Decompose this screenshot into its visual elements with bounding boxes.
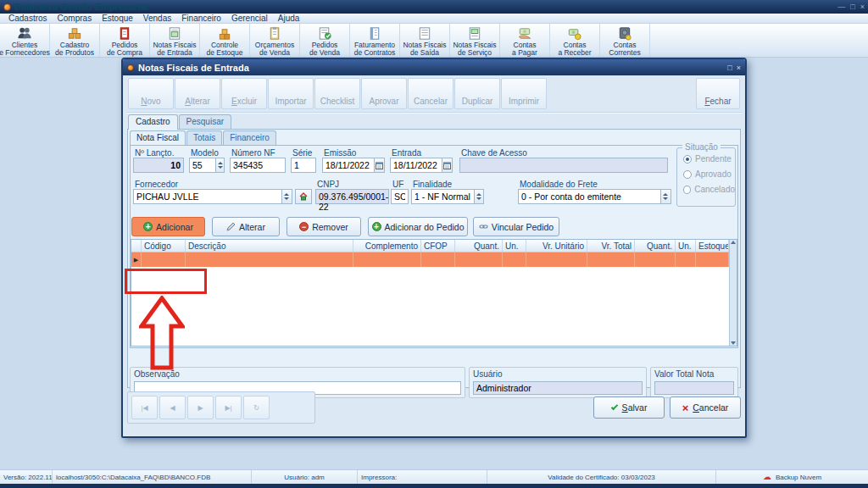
modelo-input[interactable] <box>190 158 215 172</box>
toolbar-cadastro-produtos[interactable]: Cadastrode Produtos <box>50 24 100 57</box>
toolbar-pedidos-venda[interactable]: Pedidosde Venda <box>300 24 350 57</box>
serie-field[interactable] <box>291 158 316 173</box>
modelo-field[interactable] <box>189 158 225 173</box>
entrada-calendar-icon[interactable] <box>442 158 452 172</box>
toolbar-contas-correntes[interactable]: ContasCorrentes <box>600 24 650 57</box>
fechar-button[interactable]: Fechar <box>696 78 740 109</box>
selected-empty-row[interactable]: ▶ <box>131 252 729 267</box>
emissao-field[interactable] <box>322 158 385 173</box>
status-backup[interactable]: ☁ Backup Nuvem <box>716 470 868 484</box>
toolbar-notas-fiscais-saida[interactable]: Notas Fiscaisde Saída <box>400 24 450 57</box>
adicionar-button[interactable]: Adicionar <box>131 217 205 236</box>
receivable-icon <box>566 25 583 42</box>
minimize-icon[interactable]: — <box>837 3 845 11</box>
emissao-calendar-icon[interactable] <box>374 158 384 172</box>
menu-estoque[interactable]: Estoque <box>97 14 138 24</box>
tab-pesquisar[interactable]: Pesquisar <box>179 114 231 130</box>
nav-first-button[interactable]: |◀ <box>131 396 158 419</box>
menu-gerencial[interactable]: Gerencial <box>226 14 273 24</box>
toolbar-contas-receber[interactable]: Contasa Receber <box>550 24 600 57</box>
toolbar-notas-fiscais-entrada[interactable]: Notas Fiscaisde Entrada <box>150 24 200 57</box>
novo-button[interactable]: Novo <box>128 78 174 109</box>
fornecedor-dropdown-icon[interactable] <box>281 190 292 203</box>
nav-next-button[interactable]: ▶ <box>187 396 214 419</box>
grid-scrollbar[interactable] <box>729 240 737 346</box>
imprimir-button[interactable]: Imprimir <box>501 78 547 109</box>
radio-pendente[interactable]: Pendente <box>683 154 735 164</box>
modalidade-dropdown-icon[interactable] <box>660 190 670 203</box>
dialog-titlebar[interactable]: Notas Fiscais de Entrada □ × <box>123 59 745 75</box>
dialog-body: Novo Alterar Excluir Importar Checklist … <box>123 75 745 436</box>
tab-financeiro[interactable]: Financeiro <box>223 130 276 145</box>
nav-prior-button[interactable]: ◀ <box>159 396 186 419</box>
cancelar-button[interactable]: × Cancelar <box>670 396 741 419</box>
menu-ajuda[interactable]: Ajuda <box>273 14 305 24</box>
fornecedor-input[interactable] <box>134 190 281 203</box>
menu-financeiro[interactable]: Financeiro <box>176 14 226 24</box>
payable-icon <box>516 25 533 42</box>
modalidade-frete-input[interactable] <box>519 190 660 203</box>
items-grid[interactable]: Código Descrição Complemento CFOP Quant.… <box>131 239 737 347</box>
uf-input[interactable] <box>392 190 408 203</box>
serie-input[interactable] <box>292 158 315 172</box>
usuario-groupbox: Usuário Administrador <box>469 367 647 398</box>
entrada-field[interactable] <box>390 158 453 173</box>
add-from-order-icon <box>372 222 381 231</box>
row-marker-icon: ▶ <box>131 252 142 267</box>
remove-icon <box>299 222 309 231</box>
modelo-spinner-icon[interactable] <box>215 158 224 172</box>
excluir-button[interactable]: Excluir <box>221 78 267 109</box>
alterar-item-button[interactable]: Alterar <box>212 217 280 236</box>
nav-refresh-button[interactable]: ↻ <box>243 396 270 419</box>
finalidade-input[interactable] <box>412 190 474 203</box>
radio-cancelado[interactable]: Cancelado <box>683 185 735 194</box>
aprovar-button[interactable]: Aprovar <box>361 78 407 109</box>
adicionar-do-pedido-button[interactable]: Adicionar do Pedido <box>368 217 468 236</box>
contracts-icon <box>366 25 383 42</box>
dialog-maximize-icon[interactable]: □ <box>727 64 732 72</box>
menu-vendas[interactable]: Vendas <box>138 14 176 24</box>
toolbar-orcamentos-venda[interactable]: Orçamentosde Venda <box>250 24 300 57</box>
finalidade-dropdown-icon[interactable] <box>474 190 483 203</box>
toolbar-pedidos-compra[interactable]: Pedidosde Compra <box>100 24 150 57</box>
close-icon[interactable]: × <box>860 3 865 11</box>
remover-button[interactable]: Remover <box>287 217 361 236</box>
cancelar-toolbar-button[interactable]: Cancelar <box>408 78 453 109</box>
fornecedor-lookup-button[interactable] <box>295 189 312 204</box>
modalidade-frete-combo[interactable] <box>518 189 671 204</box>
menu-compras[interactable]: Compras <box>53 14 97 24</box>
numero-nf-input[interactable] <box>231 158 285 172</box>
radio-aprovado[interactable]: Aprovado <box>683 169 735 179</box>
toolbar-contas-pagar[interactable]: Contasa Pagar <box>500 24 550 57</box>
numero-nf-field[interactable] <box>230 158 286 173</box>
checklist-button[interactable]: Checklist <box>314 78 360 109</box>
salvar-button[interactable]: Salvar <box>593 396 665 419</box>
uf-field[interactable] <box>391 189 409 204</box>
dialog-close-icon[interactable]: × <box>737 64 741 72</box>
app-icon <box>3 3 11 11</box>
finalidade-combo[interactable] <box>411 189 484 204</box>
entrada-input[interactable] <box>391 158 442 172</box>
maximize-icon[interactable]: □ <box>850 3 854 11</box>
toolbar-faturamento-contratos[interactable]: Faturamentode Contratos <box>350 24 400 57</box>
importar-button[interactable]: Importar <box>268 78 314 109</box>
menu-cadastros[interactable]: Cadastros <box>3 14 53 24</box>
tab-cadastro[interactable]: Cadastro <box>128 114 178 130</box>
cancelado-radio-icon[interactable] <box>683 186 691 194</box>
n-lancto-field: 10 <box>133 158 184 173</box>
pendente-radio-icon[interactable] <box>683 155 692 164</box>
modalidade-frete-label: Modalidade do Frete <box>520 180 598 189</box>
toolbar-clientes-fornecedores[interactable]: Clientese Fornecedores <box>0 24 50 57</box>
duplicar-button[interactable]: Duplicar <box>454 78 500 109</box>
nav-last-button[interactable]: ▶| <box>215 396 242 419</box>
tab-nota-fiscal[interactable]: Nota Fiscal <box>130 130 186 145</box>
purchase-order-icon <box>116 25 133 42</box>
fornecedor-combo[interactable] <box>133 189 292 204</box>
alterar-button[interactable]: Alterar <box>175 78 220 109</box>
emissao-input[interactable] <box>323 158 374 172</box>
toolbar-notas-fiscais-servico[interactable]: Notas Fiscaisde Serviço <box>450 24 500 57</box>
toolbar-controle-estoque[interactable]: Controlede Estoque <box>200 24 250 57</box>
vincular-pedido-button[interactable]: Vincular Pedido <box>473 217 559 236</box>
aprovado-radio-icon[interactable] <box>683 170 692 179</box>
tab-totais[interactable]: Totais <box>186 130 222 145</box>
